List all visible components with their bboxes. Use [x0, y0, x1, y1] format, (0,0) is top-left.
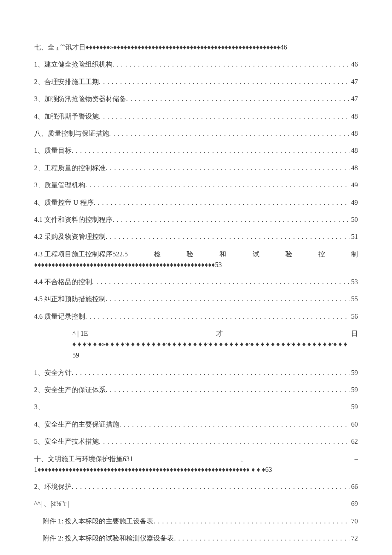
toc-label: 4.4 不合格品的控制 [34, 277, 92, 287]
toc-page-number: 48 [349, 129, 358, 138]
toc-label: 附件 1: 投入本标段的主要施工设备表 [43, 517, 153, 526]
toc-page-number: 48 [349, 112, 358, 121]
toc-page-number: 49 [349, 180, 358, 190]
toc-entry: 5、安全生产技术措施. . . . . . . . . . . . . . . … [34, 437, 358, 446]
toc-leader-dots: . . . . . . . . . . . . . . . . . . . . … [119, 420, 349, 429]
toc-leader-dots: . . . . . . . . . . . . . . . . . . . . … [92, 277, 349, 287]
toc-leader-dots: . . . . . . . . . . . . . . . . . . . . … [126, 94, 349, 104]
toc-entry: 附件 2: 投入本标段的试验和检测仪器设备表. . . . . . . . . … [34, 534, 358, 543]
toc-leader-dots: . . . . . . . . . . . . . . . . . . . . … [112, 215, 349, 224]
toc-leader-dots: . . . . . . . . . . . . . . . . . . . . … [153, 517, 349, 526]
toc-label: 2、安全生产的保证体系 [34, 385, 106, 395]
toc-leader-dots: . . . . . . . . . . . . . . . . . . . . … [99, 77, 349, 87]
toc-leader-dots: . . . . . . . . . . . . . . . . . . . . … [94, 198, 349, 207]
toc-page: 七、全 ₁ ˆˆ讯才日♦♦♦♦♦♦♦»♦♦♦♦♦♦♦♦♦♦♦♦♦♦♦♦♦♦♦♦♦… [0, 0, 392, 555]
toc-label: 1、建立健全抢险组织机构 [34, 60, 112, 69]
toc-label: 4、质量控帝 U 程序 [34, 198, 94, 207]
toc-entry: 1、质量目标. . . . . . . . . . . . . . . . . … [34, 146, 358, 155]
toc-entry: 4、安全生产的主要保证措施. . . . . . . . . . . . . .… [34, 420, 358, 429]
toc-page-number: 55 [349, 294, 358, 304]
toc-label: 3、质量管理机构 [34, 180, 85, 190]
toc-entry: 1、建立健全抢险组织机构. . . . . . . . . . . . . . … [34, 60, 358, 69]
toc-page-number: 46 [349, 60, 358, 69]
toc-leader-dots: . . . . . . . . . . . . . . . . . . . . … [72, 146, 349, 155]
toc-page-number: 59 [349, 368, 358, 378]
toc-fragment: 、 [240, 454, 247, 464]
toc-leader-dots: . . . . . . . . . . . . . . . . . . . . … [112, 60, 349, 69]
toc-fragment: 十、文明施工与环境保护措施631 [34, 454, 133, 464]
toc-entry-sparse: ^^| 、βf⅛"r |69 [34, 499, 358, 509]
toc-page-number: 72 [349, 534, 358, 543]
toc-diamond-leader: ♦ ♦ ♦·♦ ♦ ♦»♦ ♦ ♦ ♦·♦ ♦ ♦ ♦ ♦ ♦ ♦ ♦·♦ ♦ … [72, 340, 358, 349]
toc-entry: 2、合理安排施工工期. . . . . . . . . . . . . . . … [34, 77, 358, 87]
toc-fragment: 试 [253, 250, 259, 259]
toc-page-number: 60 [349, 420, 358, 429]
toc-fragment: 和 [219, 250, 226, 259]
toc-page-number: 66 [349, 482, 358, 491]
toc-page-number: 53 [349, 277, 358, 287]
toc-fragment: 验 [285, 250, 292, 259]
toc-entry: 3、质量管理机构. . . . . . . . . . . . . . . . … [34, 180, 358, 190]
toc-leader-dots: . . . . . . . . . . . . . . . . . . . . … [106, 232, 349, 241]
toc-fragment: 制 [351, 250, 358, 259]
toc-entry: 2、环境保护. . . . . . . . . . . . . . . . . … [34, 482, 358, 491]
toc-line: 4.3 工程项目施工控制程序522.5检验和试验控制 [34, 250, 358, 259]
toc-entry: 2、安全生产的保证体系. . . . . . . . . . . . . . .… [34, 385, 358, 395]
toc-entry: 附件 1: 投入本标段的主要施工设备表. . . . . . . . . . .… [34, 517, 358, 526]
toc-page-number: 62 [349, 437, 358, 446]
toc-entry: 2、工程质量的控制标准. . . . . . . . . . . . . . .… [34, 163, 358, 173]
toc-line: 十、文明施工与环境保护措施631、– [34, 454, 358, 464]
toc-fragment: 日 [351, 329, 358, 338]
toc-label: 八、质量控制与保证措施 [34, 129, 109, 138]
toc-entry-multiline: 十、文明施工与环境保护措施631、–1♦♦♦♦♦♦♦♦♦♦♦♦♦♦♦♦♦♦♦♦♦… [34, 454, 358, 474]
toc-entry: 4.1 文件和资料的控制程序. . . . . . . . . . . . . … [34, 215, 358, 224]
toc-leader-dots: . . . . . . . . . . . . . . . . . . . . … [106, 385, 349, 395]
toc-entry-freeform: 七、全 ₁ ˆˆ讯才日♦♦♦♦♦♦♦»♦♦♦♦♦♦♦♦♦♦♦♦♦♦♦♦♦♦♦♦♦… [34, 43, 358, 52]
toc-entry: 4.2 采购及物资管理控制. . . . . . . . . . . . . .… [34, 232, 358, 241]
toc-page-number: 49 [349, 198, 358, 207]
toc-entry: 4.4 不合格品的控制. . . . . . . . . . . . . . .… [34, 277, 358, 287]
toc-page-number: 59 [349, 402, 358, 412]
toc-diamond-leader: ♦♦♦♦♦♦♦♦♦♦♦♦♦♦♦♦♦♦♦♦♦♦♦♦♦♦♦♦♦♦♦♦♦♦♦♦♦♦♦♦… [34, 261, 358, 270]
toc-label: 附件 2: 投入本标段的试验和检测仪器设备表 [43, 534, 174, 543]
toc-leader-dots: . . . . . . . . . . . . . . . . . . . . … [109, 129, 349, 138]
toc-page-number: 59 [72, 351, 358, 360]
toc-fragment: 4.3 工程项目施工控制程序522.5 [34, 250, 128, 259]
toc-label: 4、加强汛期予警设施 [34, 112, 99, 121]
toc-leader-dots: . . . . . . . . . . . . . . . . . . . . … [99, 437, 349, 446]
toc-page-number: 70 [349, 517, 358, 526]
toc-label: 4.1 文件和资料的控制程序 [34, 215, 112, 224]
toc-leader-dots: . . . . . . . . . . . . . . . . . . . . … [99, 112, 349, 121]
toc-entry: 4.6 质量记录控制. . . . . . . . . . . . . . . … [34, 312, 358, 321]
toc-entry: 4、质量控帝 U 程序. . . . . . . . . . . . . . .… [34, 198, 358, 207]
toc-label: 3、加强防汛抢险物资器材储备 [34, 94, 126, 104]
toc-label: 4.6 质量记录控制 [34, 312, 85, 321]
toc-leader-dots: . . . . . . . . . . . . . . . . . . . . … [72, 482, 349, 491]
toc-entry: 3、加强防汛抢险物资器材储备. . . . . . . . . . . . . … [34, 94, 358, 104]
toc-page-number: 50 [349, 215, 358, 224]
toc-label: 3、 [34, 402, 44, 412]
toc-leader-dots: . . . . . . . . . . . . . . . . . . . . … [106, 294, 349, 304]
toc-label: 2、工程质量的控制标准 [34, 163, 106, 173]
toc-entry: 4、加强汛期予警设施. . . . . . . . . . . . . . . … [34, 112, 358, 121]
toc-leader-dots: . . . . . . . . . . . . . . . . . . . . … [85, 180, 349, 190]
toc-diamond-leader: 1♦♦♦♦♦♦♦♦♦♦♦♦♦♦♦♦♦♦♦♦♦♦♦♦♦♦♦♦♦♦♦♦♦♦♦♦♦♦♦… [34, 465, 358, 474]
toc-fragment: 验 [187, 250, 193, 259]
toc-label: ^^| 、βf⅛"r | [34, 499, 69, 509]
toc-entry: 1、安全方针. . . . . . . . . . . . . . . . . … [34, 368, 358, 378]
toc-entry-multiline: ^ | 1E才日♦ ♦ ♦·♦ ♦ ♦»♦ ♦ ♦ ♦·♦ ♦ ♦ ♦ ♦ ♦ … [34, 329, 358, 360]
toc-label: 1、质量目标 [34, 146, 72, 155]
toc-label: 4.2 采购及物资管理控制 [34, 232, 106, 241]
toc-fragment: ^ | 1E [72, 329, 88, 338]
toc-entry-sparse: 3、59 [34, 402, 358, 412]
toc-fragment: – [355, 454, 358, 464]
toc-label: 2、环境保护 [34, 482, 72, 491]
toc-page-number: 59 [349, 385, 358, 395]
toc-label: 5、安全生产技术措施 [34, 437, 99, 446]
toc-entry: 4.5 纠正和预防措施控制. . . . . . . . . . . . . .… [34, 294, 358, 304]
toc-leader-dots: . . . . . . . . . . . . . . . . . . . . … [85, 312, 349, 321]
toc-entry: 八、质量控制与保证措施. . . . . . . . . . . . . . .… [34, 129, 358, 138]
toc-label: 4、安全生产的主要保证措施 [34, 420, 119, 429]
toc-label: 4.5 纠正和预防措施控制 [34, 294, 106, 304]
toc-leader-dots: . . . . . . . . . . . . . . . . . . . . … [106, 163, 349, 173]
